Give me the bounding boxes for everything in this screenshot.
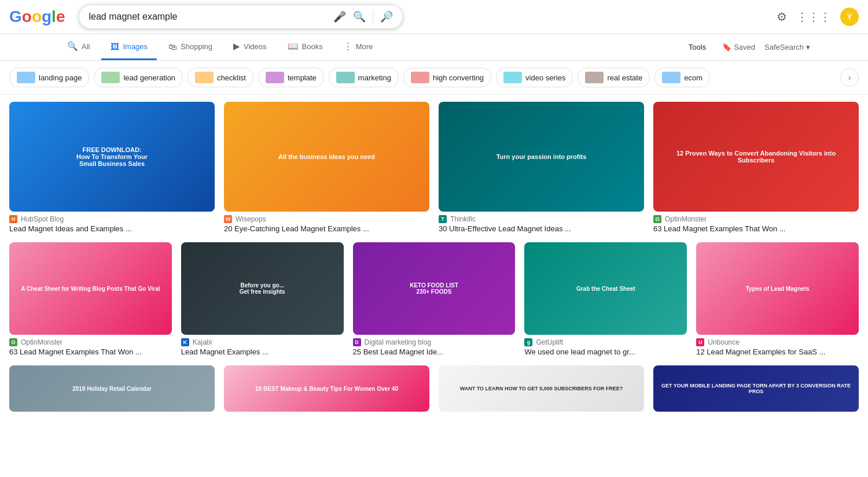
- image-thumb-thinkific: Turn your passion into profits: [439, 102, 644, 212]
- image-source-optinmonster1: O OptinMonster: [653, 215, 859, 223]
- image-source-unbounce: U Unbounce: [696, 338, 859, 346]
- image-thumb-unbounce: Types of Lead Magnets: [696, 242, 859, 335]
- favicon-unbounce: U: [696, 338, 704, 346]
- image-card-hubspot[interactable]: FREE DOWNLOAD:How To Transform YourSmall…: [9, 102, 215, 233]
- chip-landing-page-thumb: [17, 72, 35, 83]
- image-grid-row2: A Cheat Sheet for Writing Blog Posts Tha…: [0, 233, 868, 356]
- image-thumb-getuplift: Grab the Cheat Sheet: [524, 242, 687, 335]
- chip-high-converting[interactable]: high converting: [403, 68, 491, 87]
- saved-button[interactable]: Saved: [734, 43, 755, 51]
- header: Google 🎤 🔍 🔎 ⚙ ⋮⋮⋮ Y: [0, 0, 868, 34]
- favicon-thinkific: T: [439, 215, 447, 223]
- nav-right-controls: Tools 🔖 Saved SafeSearch ▾: [682, 38, 810, 56]
- chip-real-estate-thumb: [585, 72, 604, 83]
- avatar[interactable]: Y: [840, 8, 859, 26]
- image-thumb-row3-3: WANT TO LEARN HOW TO GET 5,000 SUBSCRIBE…: [439, 365, 644, 412]
- tab-shopping[interactable]: 🛍 Shopping: [159, 35, 222, 60]
- image-source-kajabi: K Kajabi: [181, 338, 344, 346]
- tab-all[interactable]: 🔍 All: [58, 34, 99, 60]
- favicon-wisepops: W: [224, 215, 232, 223]
- image-title-getuplift: We used one lead magnet to gr...: [524, 347, 687, 356]
- image-thumb-optinmonster2: A Cheat Sheet for Writing Blog Posts Tha…: [9, 242, 172, 335]
- chip-checklist[interactable]: checklist: [187, 68, 253, 87]
- image-title-wisepops: 20 Eye-Catching Lead Magnet Examples ...: [224, 224, 429, 233]
- image-grid-row1: FREE DOWNLOAD:How To Transform YourSmall…: [0, 95, 868, 233]
- image-card-optinmonster2[interactable]: A Cheat Sheet for Writing Blog Posts Tha…: [9, 242, 172, 356]
- favicon-digital: D: [353, 338, 361, 346]
- image-thumb-digital: KETO FOOD LIST230+ FOODS: [353, 242, 516, 335]
- nav-tabs: 🔍 All 🖼 Images 🛍 Shopping ▶ Videos 📖 Boo…: [0, 34, 868, 61]
- favicon-optinmonster1: O: [653, 215, 661, 223]
- search-input[interactable]: [89, 12, 329, 22]
- favicon-hubspot: H: [9, 215, 17, 223]
- image-thumb-wisepops: All the business ideas you need: [224, 102, 429, 212]
- chip-template[interactable]: template: [258, 68, 324, 87]
- image-card-row3-4[interactable]: GET YOUR MOBILE LANDING PAGE TORN APART …: [653, 365, 859, 412]
- chip-high-converting-thumb: [411, 72, 429, 83]
- all-icon: 🔍: [67, 41, 78, 51]
- books-icon: 📖: [288, 41, 299, 51]
- filter-chips-container: landing page lead generation checklist t…: [0, 61, 868, 95]
- shopping-icon: 🛍: [168, 42, 177, 51]
- image-card-thinkific[interactable]: Turn your passion into profits T Thinkif…: [439, 102, 644, 233]
- image-card-unbounce[interactable]: Types of Lead Magnets U Unbounce 12 Lead…: [696, 242, 859, 356]
- image-card-row3-1[interactable]: 2019 Holiday Retail Calendar: [9, 365, 215, 412]
- image-card-row3-2[interactable]: 10 BEST Makeup & Beauty Tips For Women O…: [224, 365, 429, 412]
- chip-landing-page[interactable]: landing page: [9, 68, 89, 87]
- image-thumb-row3-4: GET YOUR MOBILE LANDING PAGE TORN APART …: [653, 365, 859, 412]
- image-source-optinmonster2: O OptinMonster: [9, 338, 172, 346]
- chip-video-series-thumb: [503, 72, 522, 83]
- favicon-getuplift: g: [524, 338, 532, 346]
- image-source-wisepops: W Wisepops: [224, 215, 429, 223]
- image-thumb-kajabi: Before you go...Get free insights: [181, 242, 344, 335]
- image-card-wisepops[interactable]: All the business ideas you need W Wisepo…: [224, 102, 429, 233]
- tab-images[interactable]: 🖼 Images: [101, 35, 157, 60]
- tools-button[interactable]: Tools: [682, 38, 713, 56]
- chip-ecom-thumb: [662, 72, 681, 83]
- image-title-thinkific: 30 Ultra-Effective Lead Magnet Ideas ...: [439, 224, 644, 233]
- image-card-getuplift[interactable]: Grab the Cheat Sheet g GetUplift We used…: [524, 242, 687, 356]
- favicon-optinmonster2: O: [9, 338, 17, 346]
- header-right: ⚙ ⋮⋮⋮ Y: [777, 8, 859, 26]
- apps-icon[interactable]: ⋮⋮⋮: [796, 10, 831, 24]
- chevron-down-icon: ▾: [806, 43, 810, 51]
- image-thumb-optinmonster1: 12 Proven Ways to Convert Abandoning Vis…: [653, 102, 859, 212]
- image-thumb-row3-2: 10 BEST Makeup & Beauty Tips For Women O…: [224, 365, 429, 412]
- chip-lead-generation-thumb: [101, 72, 120, 83]
- image-thumb-hubspot: FREE DOWNLOAD:How To Transform YourSmall…: [9, 102, 215, 212]
- chip-ecom[interactable]: ecom: [654, 68, 710, 87]
- image-grid-row3: 2019 Holiday Retail Calendar 10 BEST Mak…: [0, 356, 868, 412]
- image-title-digital: 25 Best Lead Magnet Ide...: [353, 347, 516, 356]
- mic-icon[interactable]: 🎤: [333, 10, 346, 23]
- image-title-optinmonster2: 63 Lead Magnet Examples That Won ...: [9, 347, 172, 356]
- chip-marketing-thumb: [336, 72, 355, 83]
- chip-marketing[interactable]: marketing: [329, 68, 399, 87]
- images-icon: 🖼: [111, 42, 119, 51]
- tab-books[interactable]: 📖 Books: [278, 34, 332, 60]
- image-title-unbounce: 12 Lead Magnet Examples for SaaS ...: [696, 347, 859, 356]
- image-title-kajabi: Lead Magnet Examples ...: [181, 347, 344, 356]
- google-logo[interactable]: Google: [9, 8, 65, 26]
- tab-videos[interactable]: ▶ Videos: [224, 34, 276, 60]
- image-card-kajabi[interactable]: Before you go...Get free insights K Kaja…: [181, 242, 344, 356]
- chip-checklist-thumb: [195, 72, 214, 83]
- image-card-digital[interactable]: KETO FOOD LIST230+ FOODS D Digital marke…: [353, 242, 516, 356]
- chip-lead-generation[interactable]: lead generation: [94, 68, 183, 87]
- image-thumb-row3-1: 2019 Holiday Retail Calendar: [9, 365, 215, 412]
- lens-icon[interactable]: 🔍: [353, 10, 366, 23]
- image-source-hubspot: H HubSpot Blog: [9, 215, 215, 223]
- settings-icon[interactable]: ⚙: [777, 10, 787, 24]
- image-card-row3-3[interactable]: WANT TO LEARN HOW TO GET 5,000 SUBSCRIBE…: [439, 365, 644, 412]
- chip-real-estate[interactable]: real estate: [578, 68, 650, 87]
- image-card-optinmonster1[interactable]: 12 Proven Ways to Convert Abandoning Vis…: [653, 102, 859, 233]
- chip-video-series[interactable]: video series: [496, 68, 573, 87]
- videos-icon: ▶: [233, 41, 240, 51]
- tab-more[interactable]: ⋮ More: [334, 34, 382, 60]
- image-source-thinkific: T Thinkific: [439, 215, 644, 223]
- image-source-digital: D Digital marketing blog: [353, 338, 516, 346]
- favicon-kajabi: K: [181, 338, 189, 346]
- search-bar: 🎤 🔍 🔎: [79, 5, 403, 29]
- search-button-icon[interactable]: 🔎: [380, 10, 393, 23]
- safesearch-button[interactable]: SafeSearch ▾: [764, 43, 810, 51]
- chips-next-arrow[interactable]: ›: [840, 68, 859, 87]
